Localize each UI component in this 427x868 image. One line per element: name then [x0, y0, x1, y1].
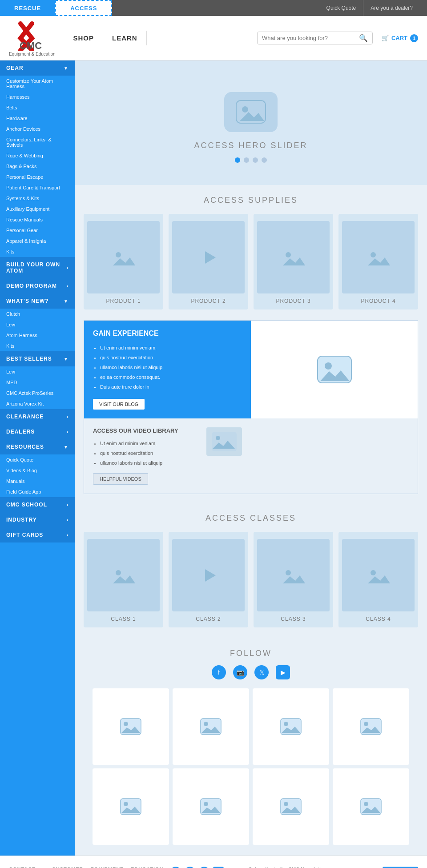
cart-button[interactable]: 🛒 CART 1: [382, 34, 418, 42]
rescue-nav-button[interactable]: RESCUE: [0, 0, 55, 16]
sidebar-item-arizona[interactable]: Arizona Vorex Kit: [0, 398, 75, 409]
chevron-right-icon-clearance: ›: [67, 414, 68, 419]
shop-nav-item[interactable]: SHOP: [64, 31, 104, 45]
sidebar-section-dealers: DEALERS ›: [0, 424, 75, 439]
experience-item-4: ex ea commodo consequat.: [100, 372, 242, 382]
instagram-icon[interactable]: 📷: [233, 665, 247, 679]
class-card-2[interactable]: CLASS 2: [169, 532, 248, 627]
visit-blog-button[interactable]: VISIT OUR BLOG: [93, 399, 145, 410]
product-card-1[interactable]: PRODUCT 1: [84, 214, 163, 309]
sidebar-item-levr[interactable]: Levr: [0, 319, 75, 330]
sidebar-item-clutch[interactable]: Clutch: [0, 309, 75, 319]
sidebar-item-kits[interactable]: Kits: [0, 246, 75, 257]
svg-point-5: [116, 252, 121, 257]
sidebar-header-bestsellers[interactable]: BEST SELLERS ▼: [0, 351, 75, 366]
sidebar-item-connectors[interactable]: Connectors, Links, & Swivels: [0, 134, 75, 150]
experience-center-image: [251, 321, 418, 418]
access-nav-button[interactable]: ACCESS: [55, 0, 112, 16]
instagram-cell-5[interactable]: [93, 768, 169, 845]
sidebar-section-industry: INDUSTRY ›: [0, 512, 75, 527]
product-card-3[interactable]: PRODUCT 3: [254, 214, 333, 309]
sidebar-header-dealers[interactable]: DEALERS ›: [0, 424, 75, 439]
sidebar-header-resources[interactable]: RESOURCES ▼: [0, 439, 75, 454]
hero-title: ACCESS HERO SLIDER: [194, 141, 307, 150]
instagram-cell-2[interactable]: [173, 688, 249, 765]
sidebar-item-kits-new[interactable]: Kits: [0, 341, 75, 351]
sidebar-item-atom-harness[interactable]: Atom Harness: [0, 330, 75, 341]
sidebar-header-gear[interactable]: GEAR ▼: [0, 60, 75, 76]
product-4-image: [342, 221, 415, 293]
instagram-cell-8[interactable]: [333, 768, 409, 845]
slider-dot-3[interactable]: [253, 157, 258, 163]
youtube-icon[interactable]: ▶: [276, 665, 290, 679]
slider-dot-1[interactable]: [235, 157, 240, 163]
sidebar-item-harnesses[interactable]: Harnesses: [0, 92, 75, 102]
instagram-cell-1[interactable]: [93, 688, 169, 765]
sidebar-item-personal-gear[interactable]: Personal Gear: [0, 225, 75, 236]
sidebar-header-build[interactable]: BUILD YOUR OWN ATOM ›: [0, 257, 75, 278]
class-1-image: [87, 539, 160, 611]
sidebar-section-cmcschool: CMC SCHOOL ›: [0, 497, 75, 512]
helpful-videos-button[interactable]: HELPFUL VIDEOS: [93, 473, 148, 485]
class-card-4[interactable]: CLASS 4: [338, 532, 418, 627]
slider-dots[interactable]: [235, 157, 267, 163]
sidebar-header-industry[interactable]: INDUSTRY ›: [0, 512, 75, 527]
twitter-icon[interactable]: 𝕏: [254, 665, 269, 679]
product-card-2[interactable]: PRODUCT 2: [169, 214, 248, 309]
sidebar-item-manuals-res[interactable]: Manuals: [0, 476, 75, 486]
sidebar-header-clearance[interactable]: CLEARANCE ›: [0, 409, 75, 424]
sidebar-item-personal-escape[interactable]: Personal Escape: [0, 172, 75, 182]
experience-title: GAIN EXPERIENCE: [93, 330, 242, 338]
quick-quote-button[interactable]: Quick Quote: [319, 0, 364, 16]
sidebar-header-cmcschool[interactable]: CMC SCHOOL ›: [0, 497, 75, 512]
instagram-cell-3[interactable]: [253, 688, 329, 765]
product-card-4[interactable]: PRODUCT 4: [338, 214, 418, 309]
sidebar-item-auxiliary[interactable]: Auxiliary Equipment: [0, 204, 75, 214]
search-input[interactable]: [262, 35, 359, 41]
class-card-1[interactable]: CLASS 1: [84, 532, 163, 627]
sidebar-item-belts[interactable]: Belts: [0, 102, 75, 113]
svg-point-27: [286, 570, 291, 575]
sidebar-item-field-guide[interactable]: Field Guide App: [0, 486, 75, 497]
hero-slider[interactable]: ACCESS HERO SLIDER: [75, 60, 427, 185]
sidebar-item-videos-blog[interactable]: Videos & Blog: [0, 465, 75, 476]
dealer-button[interactable]: Are you a dealer?: [363, 0, 420, 16]
chevron-right-icon-industry: ›: [67, 518, 68, 522]
slider-dot-4[interactable]: [262, 157, 267, 163]
sidebar-item-apparel[interactable]: Apparel & Insignia: [0, 236, 75, 246]
sidebar-item-anchor[interactable]: Anchor Devices: [0, 124, 75, 134]
sidebar-item-rope[interactable]: Rope & Webbing: [0, 150, 75, 161]
sidebar-item-hardware[interactable]: Hardware: [0, 113, 75, 124]
hero-image: [224, 92, 278, 132]
sidebar-header-demo[interactable]: DEMO PROGRAM ›: [0, 278, 75, 293]
chevron-down-icon: ▼: [64, 66, 68, 71]
experience-video-item-1: Ut enim ad minim veniam,: [100, 438, 202, 448]
instagram-cell-6[interactable]: [173, 768, 249, 845]
svg-point-42: [364, 722, 368, 726]
footer: CONTACT CMC +1 (805) 562-9120 info@cmcpr…: [0, 856, 427, 868]
sidebar-item-levr-bs[interactable]: Levr: [0, 366, 75, 377]
sidebar-section-demo: DEMO PROGRAM ›: [0, 278, 75, 293]
slider-dot-2[interactable]: [244, 157, 249, 163]
sidebar-item-quick-quote[interactable]: Quick Quote: [0, 454, 75, 465]
sidebar-item-manuals[interactable]: Rescue Manuals: [0, 214, 75, 225]
instagram-cell-7[interactable]: [253, 768, 329, 845]
class-card-3[interactable]: CLASS 3: [254, 532, 333, 627]
facebook-icon[interactable]: f: [212, 665, 226, 679]
header-nav: SHOP LEARN: [64, 31, 248, 45]
logo-area[interactable]: CMC Equipment & Education: [9, 20, 56, 56]
sidebar-header-giftcards[interactable]: GIFT CARDS ›: [0, 527, 75, 542]
experience-left: GAIN EXPERIENCE Ut enim ad minim veniam,…: [84, 321, 251, 418]
sidebar-item-patient-care[interactable]: Patient Care & Transport: [0, 182, 75, 193]
sidebar-item-customize[interactable]: Customize Your Atom Harness: [0, 76, 75, 92]
sidebar-item-mpd[interactable]: MPD: [0, 377, 75, 388]
sidebar-item-aztek[interactable]: CMC Aztek ProSeries: [0, 388, 75, 398]
instagram-image-1: [120, 718, 142, 735]
sidebar-header-whatsnew[interactable]: WHAT'S NEW? ▼: [0, 293, 75, 309]
learn-nav-item[interactable]: LEARN: [103, 31, 147, 45]
search-box[interactable]: 🔍: [257, 32, 373, 44]
main-layout: GEAR ▼ Customize Your Atom Harness Harne…: [0, 60, 427, 856]
sidebar-item-systems[interactable]: Systems & Kits: [0, 193, 75, 204]
sidebar-item-bags[interactable]: Bags & Packs: [0, 161, 75, 172]
instagram-cell-4[interactable]: [333, 688, 409, 765]
